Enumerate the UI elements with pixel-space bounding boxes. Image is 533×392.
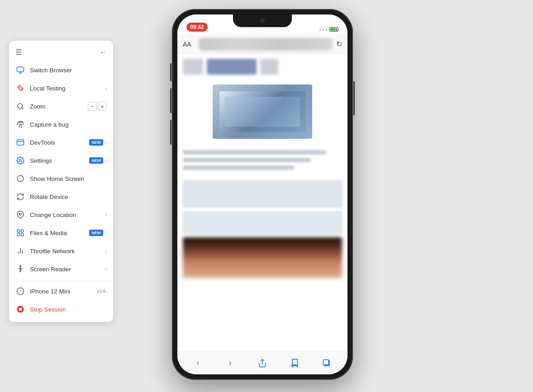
arrow-icon: › xyxy=(105,230,107,236)
sidebar-item-devtools[interactable]: DevTools NEW › xyxy=(9,133,113,151)
rotate-device-label: Rotate Device xyxy=(30,194,107,200)
zoom-icon xyxy=(15,101,25,111)
arrow-icon: › xyxy=(105,266,107,272)
phone-screen: 09:42 • • • AA ↻ xyxy=(177,14,347,374)
svg-rect-13 xyxy=(17,230,19,232)
devtools-new-badge: NEW xyxy=(89,139,103,146)
sidebar-item-local-testing[interactable]: Local Testing › xyxy=(9,79,113,97)
svg-rect-27 xyxy=(19,308,22,311)
devtools-label: DevTools xyxy=(30,139,86,146)
local-testing-label: Local Testing xyxy=(30,85,105,92)
zoom-label: Zoom xyxy=(30,103,86,110)
back-button[interactable]: ‹ xyxy=(190,355,206,371)
settings-new-badge: NEW xyxy=(89,157,103,164)
main-image xyxy=(213,85,312,139)
svg-point-10 xyxy=(19,160,22,162)
notch xyxy=(233,14,292,27)
power-button xyxy=(353,81,355,115)
accessibility-icon xyxy=(15,264,25,274)
svg-rect-0 xyxy=(17,67,24,72)
svg-line-5 xyxy=(22,108,23,109)
svg-rect-16 xyxy=(21,234,24,236)
svg-point-3 xyxy=(19,87,22,90)
battery-fill xyxy=(330,28,336,31)
browser-url-bar[interactable] xyxy=(199,38,333,51)
image-center xyxy=(225,97,300,127)
svg-point-6 xyxy=(19,122,20,123)
main-image-wrapper xyxy=(177,79,347,144)
arrow-icon: › xyxy=(105,85,107,91)
banner-block xyxy=(183,180,342,208)
sidebar-header: ☰ ← xyxy=(9,44,113,61)
home-icon xyxy=(15,174,25,184)
svg-point-7 xyxy=(21,122,22,123)
location-icon xyxy=(15,210,25,220)
sidebar-item-files-media[interactable]: Files & Media NEW › xyxy=(9,224,113,242)
bookmarks-button[interactable] xyxy=(286,355,303,371)
phone-container: 09:42 • • • AA ↻ xyxy=(167,9,357,384)
arrow-icon: › xyxy=(105,158,107,163)
switch-browser-label: Switch Browser xyxy=(30,67,107,74)
devtools-icon xyxy=(15,137,25,147)
browser-aa-button[interactable]: AA xyxy=(183,41,191,48)
arrow-icon: › xyxy=(105,140,107,145)
sidebar-item-zoom[interactable]: Zoom − + xyxy=(9,97,113,115)
sidebar-item-change-location[interactable]: Change Location › xyxy=(9,206,113,224)
sidebar-device-info[interactable]: iPhone 12 Mini v14 › xyxy=(9,282,113,300)
svg-rect-14 xyxy=(17,234,19,236)
svg-point-4 xyxy=(18,104,23,109)
throttle-network-label: Throttle Network xyxy=(30,248,105,255)
monitor-icon xyxy=(15,65,25,75)
sidebar-item-screen-reader[interactable]: Screen Reader › xyxy=(9,260,113,278)
text-line xyxy=(183,150,326,155)
volume-up-button xyxy=(170,88,171,113)
content-row-1 xyxy=(177,59,347,75)
arrow-icon: › xyxy=(105,288,107,294)
browser-bottom-nav: ‹ › xyxy=(177,351,347,374)
stop-session-label: Stop Session xyxy=(30,306,107,313)
front-camera xyxy=(260,19,265,23)
settings-label: Settings xyxy=(30,157,86,164)
stop-icon xyxy=(15,304,25,314)
image-inner xyxy=(219,91,305,132)
bug-icon xyxy=(15,119,25,129)
content-block xyxy=(260,59,278,75)
zoom-out-button[interactable]: − xyxy=(88,102,97,111)
sidebar-item-settings[interactable]: Settings NEW › xyxy=(9,151,113,170)
share-button[interactable] xyxy=(254,355,271,371)
arrow-icon: › xyxy=(105,248,107,254)
battery-icon xyxy=(329,27,338,32)
sidebar-item-switch-browser[interactable]: Switch Browser xyxy=(9,61,113,79)
change-location-label: Change Location xyxy=(30,212,105,218)
files-icon xyxy=(15,228,25,238)
wifi-dots: • • • xyxy=(319,28,328,32)
settings-icon xyxy=(15,156,25,165)
sidebar-item-capture-bug[interactable]: Capture a bug xyxy=(9,115,113,133)
zoom-controls: − + xyxy=(88,102,107,111)
photo-content xyxy=(183,237,342,278)
web-content-area xyxy=(177,54,347,351)
collapse-icon[interactable]: ← xyxy=(100,48,107,57)
forward-button[interactable]: › xyxy=(222,355,238,371)
refresh-button[interactable]: ↻ xyxy=(336,40,342,48)
sidebar-item-throttle-network[interactable]: Throttle Network › xyxy=(9,242,113,260)
time-display: 09:42 xyxy=(186,23,208,32)
svg-point-20 xyxy=(20,266,21,267)
local-icon xyxy=(15,83,25,93)
sidebar-item-rotate-device[interactable]: Rotate Device xyxy=(9,188,113,206)
sidebar-item-show-home[interactable]: Show Home Screen xyxy=(9,170,113,188)
device-version: v14 xyxy=(97,288,105,294)
status-right: • • • xyxy=(319,27,338,32)
svg-rect-30 xyxy=(324,359,329,365)
sidebar-item-stop-session[interactable]: Stop Session xyxy=(9,300,113,318)
svg-rect-15 xyxy=(21,230,24,232)
files-media-label: Files & Media xyxy=(30,230,86,236)
tabs-button[interactable] xyxy=(319,355,335,371)
text-content xyxy=(177,146,347,177)
text-line xyxy=(183,158,310,162)
content-block xyxy=(183,59,203,75)
capture-bug-label: Capture a bug xyxy=(30,121,107,128)
second-banner xyxy=(183,211,342,234)
zoom-in-button[interactable]: + xyxy=(98,102,107,111)
svg-point-11 xyxy=(17,175,24,182)
